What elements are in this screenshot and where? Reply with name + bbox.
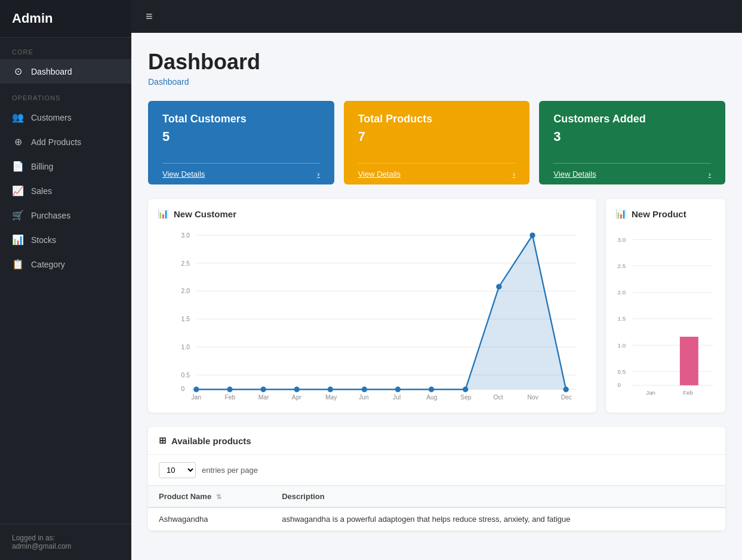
svg-text:Aug: Aug	[426, 394, 438, 401]
new-product-svg: 3.0 2.5 2.0 1.5 1.0 0.5 0	[615, 227, 716, 401]
logged-in-user: admin@gmail.com	[12, 542, 119, 550]
col-product-name[interactable]: Product Name ⇅	[148, 486, 271, 508]
billing-icon: 📄	[12, 161, 24, 172]
sales-icon: 📈	[12, 185, 24, 196]
stat-card-value: 5	[162, 129, 320, 144]
svg-text:2.5: 2.5	[618, 263, 626, 269]
svg-text:0: 0	[181, 386, 185, 392]
view-details-link: View Details	[553, 170, 596, 179]
svg-marker-14	[196, 235, 566, 389]
sidebar-item-dashboard[interactable]: ⊙ Dashboard	[0, 59, 131, 84]
sort-icon: ⇅	[216, 493, 221, 500]
section-core-label: CORE	[0, 38, 131, 59]
sidebar-item-billing[interactable]: 📄 Billing	[0, 154, 131, 179]
svg-text:2.5: 2.5	[181, 260, 190, 267]
sidebar: Admin CORE ⊙ Dashboard OPERATIONS 👥 Cust…	[0, 0, 131, 560]
sidebar-item-purchases[interactable]: 🛒 Purchases	[0, 203, 131, 227]
page-title: Dashboard	[148, 50, 725, 75]
sidebar-item-label: Billing	[31, 162, 53, 171]
stat-card-value: 7	[358, 129, 516, 144]
sidebar-item-label: Stocks	[31, 235, 56, 245]
svg-point-18	[294, 387, 300, 392]
svg-text:Dec: Dec	[561, 394, 572, 401]
svg-text:1.5: 1.5	[181, 316, 190, 322]
sidebar-item-label: Purchases	[31, 211, 70, 220]
app-name: Admin	[12, 11, 53, 26]
svg-text:May: May	[325, 394, 337, 401]
table-header: ⊞ Available products	[148, 427, 725, 455]
svg-rect-54	[680, 337, 698, 385]
hamburger-icon[interactable]: ≡	[146, 10, 153, 23]
chevron-right-icon: ›	[709, 170, 711, 179]
stat-card-footer-customers[interactable]: View Details ›	[162, 163, 320, 184]
col-label: Description	[282, 492, 325, 501]
chevron-right-icon: ›	[513, 170, 515, 179]
products-table-card: ⊞ Available products 10 25 50 100 entrie…	[148, 427, 725, 531]
new-product-chart-title: 📊 New Product	[615, 208, 716, 219]
sidebar-item-label: Customers	[31, 113, 72, 122]
sidebar-item-label: Category	[31, 260, 65, 269]
chart-label: New Customer	[174, 209, 236, 219]
svg-point-17	[260, 387, 266, 392]
add-products-icon: ⊕	[12, 136, 24, 147]
svg-text:Feb: Feb	[225, 394, 236, 401]
sidebar-item-label: Sales	[31, 186, 52, 196]
svg-point-25	[529, 232, 535, 238]
app-logo: Admin	[0, 0, 131, 38]
svg-text:Jan: Jan	[646, 389, 655, 396]
svg-point-24	[496, 284, 501, 289]
sidebar-footer: Logged in as: admin@gmail.com	[0, 524, 131, 560]
stat-card-title: Total Customers	[162, 113, 320, 125]
page-content: Dashboard Dashboard Total Customers 5 Vi…	[131, 33, 742, 543]
table-icon: ⊞	[159, 435, 167, 446]
new-customer-svg: 3.0 2.5 2.0 1.5 1.0 0.5 0	[158, 227, 587, 401]
svg-text:0.5: 0.5	[618, 368, 626, 375]
sidebar-item-label: Add Products	[31, 137, 81, 147]
svg-text:Oct: Oct	[494, 394, 503, 401]
sidebar-item-add-products[interactable]: ⊕ Add Products	[0, 130, 131, 154]
section-operations-label: OPERATIONS	[0, 84, 131, 105]
cell-product-name: Ashwagandha	[148, 507, 271, 531]
svg-text:3.0: 3.0	[181, 232, 190, 239]
charts-row: 📊 New Customer 3.0 2.5 2.0 1.5 1.0 0.5 0	[148, 199, 725, 413]
table-title: Available products	[171, 436, 251, 446]
svg-text:Jun: Jun	[359, 394, 369, 401]
svg-point-20	[362, 387, 367, 392]
stat-card-title: Total Products	[358, 113, 516, 125]
stat-card-total-products: Total Products 7 View Details ›	[344, 101, 530, 184]
svg-text:2.0: 2.0	[618, 289, 626, 296]
view-details-link: View Details	[162, 170, 205, 179]
svg-point-21	[395, 387, 401, 392]
stat-card-footer-products[interactable]: View Details ›	[358, 163, 516, 184]
purchases-icon: 🛒	[12, 210, 24, 221]
svg-text:0.5: 0.5	[181, 372, 190, 379]
cell-description: ashwagandha is a powerful adaptogen that…	[271, 507, 725, 531]
sidebar-item-category[interactable]: 📋 Category	[0, 252, 131, 276]
logged-in-label: Logged in as:	[12, 534, 119, 542]
table-row: Ashwagandha ashwagandha is a powerful ad…	[148, 507, 725, 531]
new-customer-chart-title: 📊 New Customer	[158, 208, 587, 219]
entries-label: entries per page	[202, 466, 258, 475]
stat-card-total-customers: Total Customers 5 View Details ›	[148, 101, 334, 184]
svg-point-15	[193, 387, 199, 392]
entries-per-page-select[interactable]: 10 25 50 100	[159, 462, 196, 478]
breadcrumb: Dashboard	[148, 77, 725, 87]
svg-point-26	[563, 387, 568, 392]
svg-text:2.0: 2.0	[181, 288, 190, 294]
sidebar-item-sales[interactable]: 📈 Sales	[0, 179, 131, 203]
table-controls: 10 25 50 100 entries per page	[148, 455, 725, 485]
table-header-row: Product Name ⇅ Description	[148, 486, 725, 508]
customers-icon: 👥	[12, 112, 24, 123]
svg-text:Apr: Apr	[292, 394, 302, 401]
sidebar-item-stocks[interactable]: 📊 Stocks	[0, 227, 131, 252]
svg-text:0: 0	[618, 381, 621, 388]
view-details-link: View Details	[358, 170, 401, 179]
stat-card-footer-added[interactable]: View Details ›	[553, 163, 711, 184]
col-description[interactable]: Description	[271, 486, 725, 508]
svg-text:Mar: Mar	[258, 394, 269, 401]
products-table: Product Name ⇅ Description Ashwagandha a…	[148, 485, 725, 531]
new-product-chart-area: 3.0 2.5 2.0 1.5 1.0 0.5 0	[615, 227, 716, 403]
sidebar-item-customers[interactable]: 👥 Customers	[0, 105, 131, 130]
svg-text:Nov: Nov	[528, 394, 539, 401]
sidebar-item-label: Dashboard	[31, 67, 72, 76]
